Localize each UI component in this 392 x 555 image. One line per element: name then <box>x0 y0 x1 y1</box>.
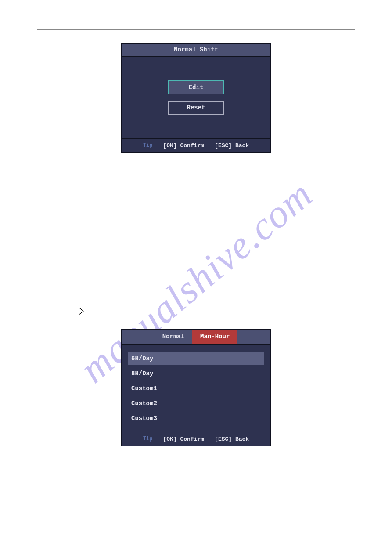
page-footer: 62 <box>37 527 355 533</box>
paragraph-note: By default, the normal shift attendance … <box>37 234 355 258</box>
screenshot-normal-shift: Normal Shift Edit Reset Tip [OK] Confirm… <box>121 43 271 153</box>
list-item[interactable]: 6H/Day <box>128 352 264 365</box>
edit-button[interactable]: Edit <box>168 80 224 94</box>
note-label: Note: <box>37 221 355 232</box>
esc-back-hint-2: [ESC] Back <box>215 436 249 443</box>
paragraph-edit: Edit: Edit the normal shift attendance i… <box>37 176 355 200</box>
tab-man-hour[interactable]: Man-Hour <box>192 330 237 344</box>
right-arrow-icon <box>78 307 84 315</box>
tab-bar: Normal Man-Hour <box>122 330 270 345</box>
step-1-suffix: key to enter the Man-Hour Shift interfac… <box>88 305 220 317</box>
footer-tip: Tip <box>143 142 153 149</box>
reset-button[interactable]: Reset <box>168 101 224 115</box>
page-header: User Manual of Access Control Terminal <box>37 20 355 30</box>
list-item[interactable]: Custom1 <box>128 382 264 395</box>
esc-back-hint: [ESC] Back <box>215 142 249 149</box>
header-manual-title: User Manual of Access Control Terminal <box>37 20 131 26</box>
dialog-title: Normal Shift <box>122 44 270 57</box>
footer-page-number: 62 <box>349 527 355 533</box>
list-item[interactable]: 8H/Day <box>128 367 264 380</box>
list-item[interactable]: Custom2 <box>128 397 264 410</box>
figure-caption-2: Figure 9-5 Man-Hour Shift Interface <box>37 453 355 460</box>
paragraph-reset: Reset: Reset the shift information to th… <box>37 201 355 213</box>
page-content: User Manual of Access Control Terminal N… <box>0 0 392 477</box>
tab-spacer-left <box>122 330 155 344</box>
dialog-body: Edit Reset <box>122 57 270 138</box>
step-1: 1. Press the key to enter the Man-Hour S… <box>37 300 355 323</box>
dialog-footer-2: Tip [OK] Confirm [ESC] Back <box>122 432 270 446</box>
footer-tip-2: Tip <box>143 436 153 443</box>
shift-list: 6H/Day 8H/Day Custom1 Custom2 Custom3 <box>122 345 270 432</box>
figure-caption-1: Figure 9-4 Normal Shift Interface <box>37 160 355 167</box>
ok-confirm-hint: [OK] Confirm <box>163 142 204 149</box>
screenshot-man-hour-shift: Normal Man-Hour 6H/Day 8H/Day Custom1 Cu… <box>121 329 271 446</box>
tab-normal[interactable]: Normal <box>155 330 192 344</box>
step-2: 2. Select a shift in the list. <box>37 470 355 477</box>
step-1-prefix: 1. Press the <box>37 300 75 323</box>
list-item[interactable]: Custom3 <box>128 412 264 424</box>
heading-man-hour-shift: 9.2.2 Man-Hour Shift <box>37 265 355 276</box>
ok-confirm-hint-2: [OK] Confirm <box>163 436 204 443</box>
steps-label: Steps: <box>37 283 355 295</box>
dialog-footer: Tip [OK] Confirm [ESC] Back <box>122 138 270 152</box>
tab-spacer-right <box>237 330 270 344</box>
